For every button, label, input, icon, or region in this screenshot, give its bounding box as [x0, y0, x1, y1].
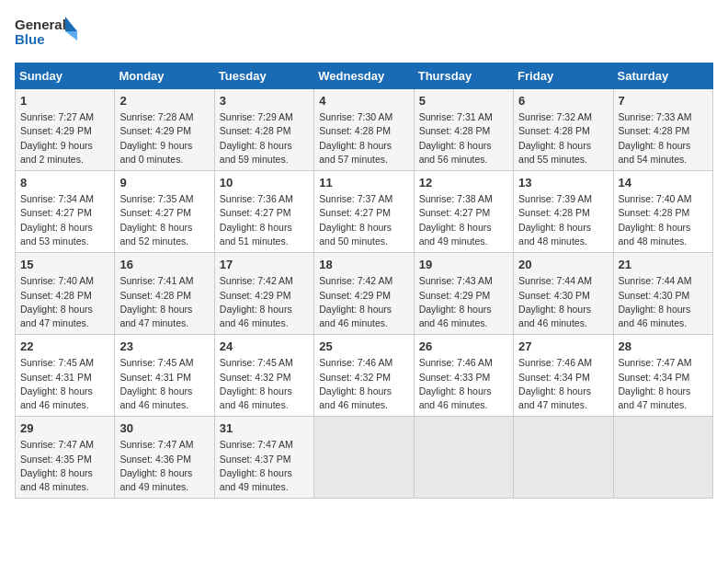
day-info: Sunrise: 7:46 AM Sunset: 4:34 PM Dayligh… [518, 356, 608, 412]
calendar-header-wednesday: Wednesday [314, 63, 414, 89]
day-number: 19 [419, 257, 508, 273]
day-number: 16 [119, 257, 209, 273]
day-number: 2 [119, 93, 209, 109]
calendar-cell: 9Sunrise: 7:35 AM Sunset: 4:27 PM Daylig… [115, 171, 214, 253]
calendar-cell: 26Sunrise: 7:46 AM Sunset: 4:33 PM Dayli… [414, 335, 513, 417]
day-info: Sunrise: 7:47 AM Sunset: 4:37 PM Dayligh… [220, 438, 309, 494]
calendar-header-row: SundayMondayTuesdayWednesdayThursdayFrid… [16, 63, 713, 89]
calendar-header-monday: Monday [115, 63, 214, 89]
day-info: Sunrise: 7:45 AM Sunset: 4:32 PM Dayligh… [220, 356, 309, 412]
day-number: 31 [220, 420, 309, 437]
calendar-week-row: 8Sunrise: 7:34 AM Sunset: 4:27 PM Daylig… [16, 171, 713, 253]
day-info: Sunrise: 7:40 AM Sunset: 4:28 PM Dayligh… [20, 274, 109, 330]
day-info: Sunrise: 7:39 AM Sunset: 4:28 PM Dayligh… [518, 192, 608, 248]
calendar-header-friday: Friday [514, 63, 613, 89]
calendar-cell: 21Sunrise: 7:44 AM Sunset: 4:30 PM Dayli… [613, 253, 712, 335]
calendar-header-thursday: Thursday [414, 63, 513, 89]
calendar-cell: 8Sunrise: 7:34 AM Sunset: 4:27 PM Daylig… [16, 171, 115, 253]
calendar-cell: 22Sunrise: 7:45 AM Sunset: 4:31 PM Dayli… [16, 335, 115, 417]
day-info: Sunrise: 7:30 AM Sunset: 4:28 PM Dayligh… [319, 110, 408, 167]
calendar-cell: 31Sunrise: 7:47 AM Sunset: 4:37 PM Dayli… [214, 417, 313, 499]
day-number: 1 [20, 93, 109, 109]
page-header: General Blue [15, 15, 713, 52]
day-info: Sunrise: 7:37 AM Sunset: 4:27 PM Dayligh… [319, 192, 408, 248]
calendar-cell: 2Sunrise: 7:28 AM Sunset: 4:29 PM Daylig… [115, 89, 214, 171]
day-number: 30 [119, 420, 209, 437]
day-info: Sunrise: 7:31 AM Sunset: 4:28 PM Dayligh… [419, 110, 508, 167]
day-info: Sunrise: 7:41 AM Sunset: 4:28 PM Dayligh… [119, 274, 209, 330]
calendar-week-row: 1Sunrise: 7:27 AM Sunset: 4:29 PM Daylig… [16, 89, 713, 171]
day-info: Sunrise: 7:35 AM Sunset: 4:27 PM Dayligh… [119, 192, 209, 248]
calendar-cell: 24Sunrise: 7:45 AM Sunset: 4:32 PM Dayli… [214, 335, 313, 417]
day-info: Sunrise: 7:34 AM Sunset: 4:27 PM Dayligh… [20, 192, 109, 248]
day-info: Sunrise: 7:33 AM Sunset: 4:28 PM Dayligh… [619, 110, 708, 167]
day-number: 25 [319, 339, 408, 355]
calendar-cell: 14Sunrise: 7:40 AM Sunset: 4:28 PM Dayli… [613, 171, 712, 253]
day-number: 5 [419, 93, 508, 109]
svg-text:General: General [15, 17, 66, 32]
calendar-header-tuesday: Tuesday [214, 63, 313, 89]
calendar-cell [514, 417, 613, 499]
calendar-week-row: 29Sunrise: 7:47 AM Sunset: 4:35 PM Dayli… [16, 417, 713, 499]
day-number: 29 [20, 420, 109, 437]
day-number: 8 [20, 175, 109, 191]
calendar-cell: 20Sunrise: 7:44 AM Sunset: 4:30 PM Dayli… [514, 253, 613, 335]
calendar-cell: 7Sunrise: 7:33 AM Sunset: 4:28 PM Daylig… [613, 89, 712, 171]
day-number: 28 [619, 339, 708, 355]
day-info: Sunrise: 7:27 AM Sunset: 4:29 PM Dayligh… [20, 110, 109, 167]
calendar-cell: 23Sunrise: 7:45 AM Sunset: 4:31 PM Dayli… [115, 335, 214, 417]
calendar-cell: 16Sunrise: 7:41 AM Sunset: 4:28 PM Dayli… [115, 253, 214, 335]
day-info: Sunrise: 7:42 AM Sunset: 4:29 PM Dayligh… [319, 274, 408, 330]
calendar-cell: 30Sunrise: 7:47 AM Sunset: 4:36 PM Dayli… [115, 417, 214, 499]
day-info: Sunrise: 7:45 AM Sunset: 4:31 PM Dayligh… [119, 356, 209, 412]
day-number: 4 [319, 93, 408, 109]
day-info: Sunrise: 7:29 AM Sunset: 4:28 PM Dayligh… [220, 110, 309, 167]
calendar-cell [414, 417, 513, 499]
day-info: Sunrise: 7:36 AM Sunset: 4:27 PM Dayligh… [220, 192, 309, 248]
day-number: 3 [220, 93, 309, 109]
day-info: Sunrise: 7:44 AM Sunset: 4:30 PM Dayligh… [619, 274, 708, 330]
calendar-cell: 25Sunrise: 7:46 AM Sunset: 4:32 PM Dayli… [314, 335, 414, 417]
calendar-cell: 10Sunrise: 7:36 AM Sunset: 4:27 PM Dayli… [214, 171, 313, 253]
day-number: 17 [220, 257, 309, 273]
day-info: Sunrise: 7:45 AM Sunset: 4:31 PM Dayligh… [20, 356, 109, 412]
day-number: 26 [419, 339, 508, 355]
day-info: Sunrise: 7:40 AM Sunset: 4:28 PM Dayligh… [619, 192, 708, 248]
day-number: 23 [119, 339, 209, 355]
day-number: 18 [319, 257, 408, 273]
calendar-week-row: 22Sunrise: 7:45 AM Sunset: 4:31 PM Dayli… [16, 335, 713, 417]
day-info: Sunrise: 7:28 AM Sunset: 4:29 PM Dayligh… [119, 110, 209, 167]
day-info: Sunrise: 7:47 AM Sunset: 4:34 PM Dayligh… [619, 356, 708, 412]
calendar-cell: 11Sunrise: 7:37 AM Sunset: 4:27 PM Dayli… [314, 171, 414, 253]
day-info: Sunrise: 7:46 AM Sunset: 4:33 PM Dayligh… [419, 356, 508, 412]
day-number: 22 [20, 339, 109, 355]
day-info: Sunrise: 7:44 AM Sunset: 4:30 PM Dayligh… [518, 274, 608, 330]
calendar-cell [314, 417, 414, 499]
calendar-cell: 17Sunrise: 7:42 AM Sunset: 4:29 PM Dayli… [214, 253, 313, 335]
calendar-cell: 1Sunrise: 7:27 AM Sunset: 4:29 PM Daylig… [16, 89, 115, 171]
logo-svg: General Blue [15, 15, 79, 52]
calendar-week-row: 15Sunrise: 7:40 AM Sunset: 4:28 PM Dayli… [16, 253, 713, 335]
calendar-cell: 6Sunrise: 7:32 AM Sunset: 4:28 PM Daylig… [514, 89, 613, 171]
svg-marker-2 [65, 17, 77, 31]
calendar-cell: 29Sunrise: 7:47 AM Sunset: 4:35 PM Dayli… [16, 417, 115, 499]
day-number: 9 [119, 175, 209, 191]
day-info: Sunrise: 7:43 AM Sunset: 4:29 PM Dayligh… [419, 274, 508, 330]
day-number: 7 [619, 93, 708, 109]
calendar-cell: 5Sunrise: 7:31 AM Sunset: 4:28 PM Daylig… [414, 89, 513, 171]
calendar-cell: 12Sunrise: 7:38 AM Sunset: 4:27 PM Dayli… [414, 171, 513, 253]
day-number: 13 [518, 175, 608, 191]
calendar-cell: 4Sunrise: 7:30 AM Sunset: 4:28 PM Daylig… [314, 89, 414, 171]
calendar-cell: 13Sunrise: 7:39 AM Sunset: 4:28 PM Dayli… [514, 171, 613, 253]
day-number: 15 [20, 257, 109, 273]
svg-text:Blue: Blue [15, 31, 45, 47]
day-number: 24 [220, 339, 309, 355]
calendar-cell: 3Sunrise: 7:29 AM Sunset: 4:28 PM Daylig… [214, 89, 313, 171]
calendar-header-saturday: Saturday [613, 63, 712, 89]
calendar-cell: 28Sunrise: 7:47 AM Sunset: 4:34 PM Dayli… [613, 335, 712, 417]
day-number: 20 [518, 257, 608, 273]
day-number: 14 [619, 175, 708, 191]
calendar-cell [613, 417, 712, 499]
calendar-header-sunday: Sunday [16, 63, 115, 89]
day-number: 6 [518, 93, 608, 109]
